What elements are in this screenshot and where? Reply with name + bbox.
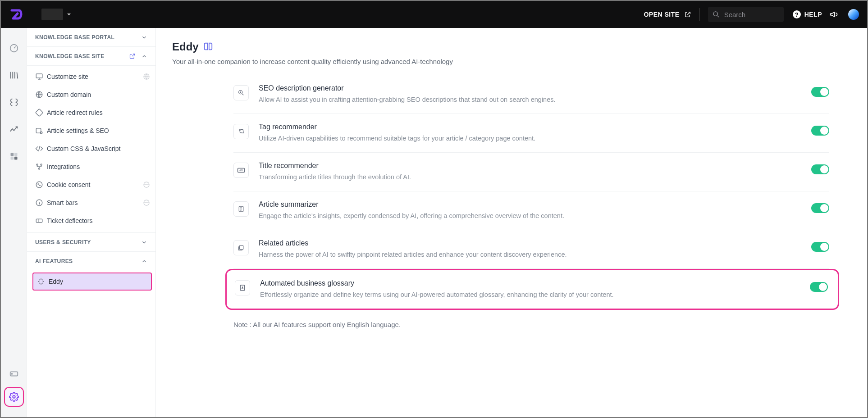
toggle-seo-description-generator[interactable] [811, 87, 829, 97]
nav-rail [1, 28, 27, 417]
info-icon [35, 199, 47, 207]
page-subtitle: Your all-in-one companion to increase co… [172, 58, 848, 65]
setting-desc: Engage the article's insights, expertly … [259, 211, 799, 221]
global-search[interactable] [708, 7, 784, 22]
monitor-icon [35, 73, 47, 81]
external-link-icon [684, 11, 691, 18]
workspace-badge[interactable] [41, 9, 63, 20]
nav-cookie-consent[interactable]: Cookie consent [27, 176, 155, 194]
setting-desc: Effortlessly organize and define key ter… [260, 290, 797, 300]
nav-label: Article redirect rules [47, 109, 103, 116]
chevron-up-icon [141, 258, 147, 264]
nav-custom-domain[interactable]: Custom domain [27, 86, 155, 104]
footnote: Note : All our AI features support only … [233, 321, 829, 328]
nav-label: Cookie consent [47, 181, 91, 188]
svg-point-17 [39, 168, 40, 169]
ticket-icon [35, 217, 47, 225]
setting-desc: Utilize AI-driven capabilities to recomm… [259, 134, 799, 143]
kb-site-nav: Customize site Custom domain Article red… [27, 66, 155, 233]
rail-api[interactable] [6, 95, 22, 110]
setting-title: Title recommender [259, 162, 799, 170]
open-kb-site-icon[interactable] [129, 53, 136, 59]
nav-label: Article settings & SEO [47, 127, 109, 134]
rail-settings[interactable] [6, 389, 22, 404]
rail-analytics[interactable] [6, 122, 22, 137]
open-site-label: OPEN SITE [644, 11, 679, 18]
globe-icon [143, 199, 150, 206]
setting-related-articles: Related articles Harness the power of AI… [233, 230, 829, 269]
app-logo[interactable] [10, 8, 23, 21]
toggle-title-recommender[interactable] [811, 164, 829, 174]
main-content: Eddy Your all-in-one companion to increa… [156, 28, 867, 417]
nav-custom-css-js[interactable]: Custom CSS & JavaScript [27, 140, 155, 158]
document-icon [233, 201, 249, 217]
nav-label: Integrations [47, 163, 80, 170]
setting-tag-recommender: Tag recommender Utilize AI-driven capabi… [233, 114, 829, 153]
svg-rect-5 [14, 157, 17, 160]
svg-point-19 [38, 184, 39, 185]
svg-rect-3 [14, 153, 17, 156]
chevron-down-icon [141, 34, 147, 41]
nav-smart-bars[interactable]: Smart bars [27, 194, 155, 212]
globe-icon [143, 73, 150, 80]
nav-label: Custom domain [47, 91, 91, 98]
section-label: AI FEATURES [35, 258, 73, 264]
svg-point-18 [36, 182, 42, 188]
svg-point-14 [40, 132, 42, 134]
globe-icon [143, 181, 150, 188]
svg-point-0 [713, 12, 717, 16]
setting-automated-business-glossary: Automated business glossary Effortlessly… [225, 269, 839, 310]
svg-point-20 [40, 185, 41, 186]
svg-rect-30 [240, 245, 243, 250]
svg-point-7 [11, 373, 12, 374]
section-kb-site[interactable]: KNOWLEDGE BASE SITE [27, 47, 155, 66]
toggle-automated-business-glossary[interactable] [810, 282, 828, 292]
nav-ticket-deflectors[interactable]: Ticket deflectors [27, 212, 155, 230]
toggle-article-summarizer[interactable] [811, 203, 829, 213]
caret-down-icon[interactable] [67, 12, 71, 17]
page-title: Eddy [172, 41, 199, 53]
rail-library[interactable] [6, 68, 22, 83]
setting-desc: Transforming article titles through the … [259, 173, 799, 182]
section-label: KNOWLEDGE BASE SITE [35, 53, 105, 59]
search-seo-icon [233, 85, 249, 100]
nav-article-settings-seo[interactable]: Article settings & SEO [27, 122, 155, 140]
setting-seo-description-generator: SEO description generator Allow AI to as… [233, 75, 829, 114]
chevron-up-icon [141, 53, 147, 59]
help-button[interactable]: ? HELP [793, 10, 822, 18]
avatar[interactable] [848, 9, 859, 20]
setting-title: Article summarizer [259, 200, 799, 209]
nav-redirect-rules[interactable]: Article redirect rules [27, 104, 155, 122]
svg-rect-24 [36, 219, 42, 223]
setting-title: Tag recommender [259, 123, 799, 131]
tag-icon [233, 124, 249, 139]
nav-integrations[interactable]: Integrations [27, 158, 155, 176]
search-input[interactable] [724, 11, 769, 18]
help-icon: ? [793, 10, 801, 18]
section-users-security[interactable]: USERS & SECURITY [27, 233, 155, 252]
open-site-button[interactable]: OPEN SITE [644, 11, 691, 18]
toggle-related-articles[interactable] [811, 242, 829, 252]
setting-title: Automated business glossary [260, 279, 797, 287]
rail-widgets[interactable] [6, 149, 22, 164]
rail-drive[interactable] [6, 366, 22, 381]
section-label: KNOWLEDGE BASE PORTAL [35, 34, 114, 41]
chevron-down-icon [141, 239, 147, 245]
book-icon[interactable] [203, 42, 213, 52]
rail-dashboard[interactable] [6, 41, 22, 56]
setting-article-summarizer: Article summarizer Engage the article's … [233, 191, 829, 230]
integrations-icon [35, 163, 47, 171]
megaphone-icon[interactable] [829, 10, 838, 19]
globe-icon [35, 91, 47, 99]
nav-eddy[interactable]: Eddy [32, 273, 152, 291]
setting-title-recommender: AB Title recommender Transforming articl… [233, 153, 829, 191]
divider [699, 8, 700, 21]
nav-customize-site[interactable]: Customize site [27, 68, 155, 86]
svg-point-15 [37, 164, 38, 165]
setting-title: SEO description generator [259, 84, 799, 92]
seo-settings-icon [35, 127, 47, 135]
section-kb-portal[interactable]: KNOWLEDGE BASE PORTAL [27, 28, 155, 47]
toggle-tag-recommender[interactable] [811, 126, 829, 136]
section-ai-features[interactable]: AI FEATURES [27, 252, 155, 271]
glossary-icon [235, 280, 250, 295]
